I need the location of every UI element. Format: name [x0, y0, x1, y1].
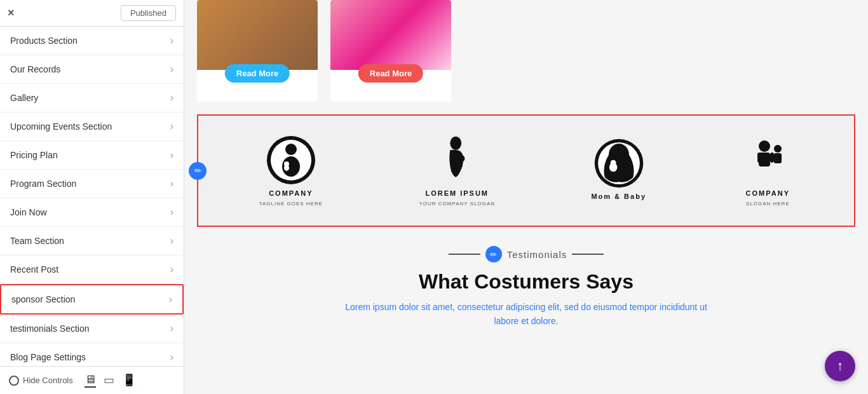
sidebar-item-team-section[interactable]: Team Section› [0, 227, 184, 255]
logo-svg-4 [742, 135, 793, 186]
sidebar-item-label: Team Section [10, 236, 64, 246]
sidebar-item-label: Join Now [10, 207, 47, 217]
hide-controls-button[interactable]: Hide Controls [9, 376, 73, 386]
sidebar-item-our-records[interactable]: Our Records› [0, 55, 184, 84]
chevron-icon: › [170, 351, 173, 363]
sidebar-item-label: Products Section [10, 36, 78, 46]
sidebar-item-gallery[interactable]: Gallery› [0, 84, 184, 112]
testimonials-icon: ✏ [485, 246, 502, 262]
logo-item-4: COMPANY SLOGAN HERE [742, 135, 793, 207]
sidebar-item-recent-post[interactable]: Recent Post› [0, 255, 184, 284]
sidebar-item-join-now[interactable]: Join Now› [0, 198, 184, 227]
sidebar-item-label: Recent Post [10, 264, 58, 275]
logo-tagline-2: YOUR COMPANY SLOGAN [419, 201, 495, 207]
logo-tagline-4: SLOGAN HERE [746, 201, 790, 207]
sidebar-item-testimonials-section[interactable]: testimonials Section› [0, 315, 184, 343]
chevron-icon: › [170, 92, 173, 104]
chevron-icon: › [170, 149, 173, 161]
chevron-icon: › [170, 323, 173, 334]
tablet-icon[interactable]: ▭ [104, 373, 114, 388]
hide-controls-label: Hide Controls [23, 376, 73, 385]
logo-item-2: LOREM IPSUM YOUR COMPANY SLOGAN [419, 135, 495, 207]
svg-rect-20 [770, 158, 778, 160]
logo-svg-1 [266, 135, 316, 186]
sidebar-item-label: Program Section [10, 179, 76, 189]
view-icons-group: 🖥 ▭ 📱 [85, 373, 136, 388]
logo-tagline-1: TAGLINE GOES HERE [259, 201, 323, 207]
sidebar-item-label: testimonials Section [10, 323, 90, 334]
svg-point-14 [759, 140, 770, 152]
svg-point-18 [774, 145, 782, 153]
chevron-icon: › [170, 121, 173, 132]
close-button[interactable]: × [8, 6, 15, 20]
testimonials-label: Testimonials [507, 249, 567, 260]
testimonials-section: ✏ Testimonials What Costumers Says Lorem… [184, 233, 868, 335]
chevron-icon: › [170, 264, 173, 275]
logo-name-2: LOREM IPSUM [425, 189, 489, 197]
card-right: Read More [330, 0, 451, 102]
mobile-icon[interactable]: 📱 [122, 373, 136, 388]
sidebar-header: × Published [0, 0, 184, 27]
chevron-icon: › [170, 64, 173, 75]
svg-point-7 [456, 154, 465, 162]
svg-point-13 [610, 160, 616, 165]
logo-svg-2 [431, 135, 482, 186]
logo-item-3: Mom & Baby [591, 138, 646, 204]
sidebar-item-label: sponsor Section [11, 294, 75, 304]
sidebar-item-upcoming-events[interactable]: Upcoming Events Section› [0, 112, 184, 141]
card-left: Read More [197, 0, 318, 102]
sidebar-footer: Hide Controls 🖥 ▭ 📱 [0, 366, 184, 394]
chevron-icon: › [169, 294, 172, 305]
cards-row: Read More Read More [184, 0, 868, 108]
sidebar-item-label: Blog Page Settings [10, 352, 86, 362]
published-button[interactable]: Published [121, 5, 176, 21]
heading-line-left [449, 254, 480, 255]
circle-icon [9, 376, 19, 386]
sidebar-item-label: Our Records [10, 64, 60, 74]
sidebar-item-program-section[interactable]: Program Section› [0, 170, 184, 198]
chevron-icon: › [170, 35, 173, 46]
svg-point-5 [284, 165, 289, 171]
sidebar-item-sponsor-section[interactable]: sponsor Section› [0, 284, 184, 315]
logo-name-3: Mom & Baby [591, 193, 646, 200]
sidebar-item-blog-page-settings[interactable]: Blog Page Settings› [0, 343, 184, 366]
sidebar-item-label: Upcoming Events Section [10, 121, 112, 132]
chevron-icon: › [170, 178, 173, 189]
chevron-icon: › [170, 207, 173, 218]
sidebar-item-pricing-plan[interactable]: Pricing Plan› [0, 141, 184, 170]
logo-name-4: COMPANY [746, 189, 790, 197]
logo-svg-3 [593, 138, 644, 189]
sidebar: × Published Products Section›Our Records… [0, 0, 184, 394]
sidebar-item-label: Gallery [10, 93, 38, 103]
heading-line-right [572, 254, 604, 255]
svg-point-2 [285, 144, 297, 155]
testimonials-description: Lorem ipsum dolor sit amet, consectetur … [336, 300, 717, 329]
svg-point-6 [451, 137, 462, 150]
sponsor-edit-button[interactable]: ✏ [189, 162, 207, 180]
svg-rect-16 [757, 153, 761, 163]
chevron-icon: › [170, 235, 173, 247]
desktop-icon[interactable]: 🖥 [85, 373, 96, 388]
sidebar-items-list: Products Section›Our Records›Gallery›Upc… [0, 27, 184, 366]
read-more-button-right[interactable]: Read More [358, 64, 423, 83]
logo-name-1: COMPANY [269, 189, 313, 197]
floating-upload-button[interactable]: ↑ [825, 351, 855, 381]
read-more-button-left[interactable]: Read More [225, 64, 290, 83]
main-content: Read More Read More ✏ COMPANY TAGLINE GO… [184, 0, 868, 394]
sidebar-item-products-section[interactable]: Products Section› [0, 27, 184, 55]
testimonials-heading-row: ✏ Testimonials [197, 246, 855, 262]
logo-item-1: COMPANY TAGLINE GOES HERE [259, 135, 323, 207]
testimonials-title: What Costumers Says [197, 270, 855, 294]
sidebar-item-label: Pricing Plan [10, 150, 58, 160]
sponsor-section: ✏ COMPANY TAGLINE GOES HERE LOREM IPSUM [197, 114, 855, 227]
